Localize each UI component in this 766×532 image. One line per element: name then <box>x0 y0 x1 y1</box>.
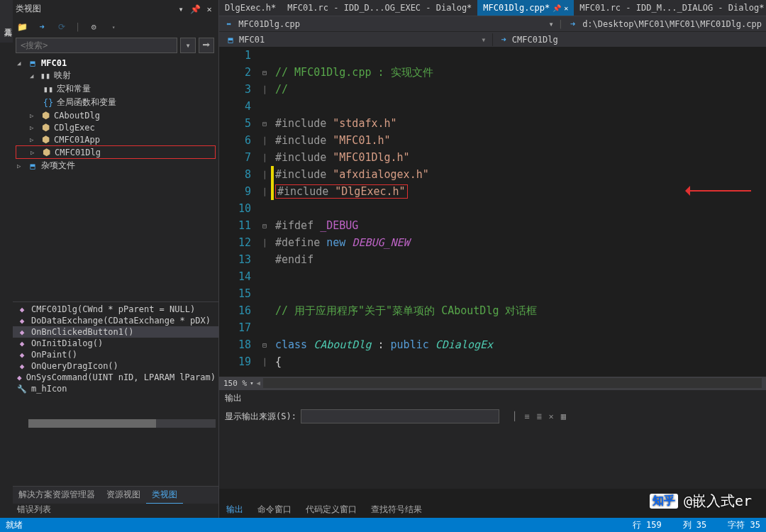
member-row[interactable]: ◆CMFC01Dlg(CWnd * pParent = NULL) <box>13 304 218 315</box>
dropdown-icon[interactable]: ▾ <box>107 21 120 33</box>
tree-item[interactable]: ◢▮▮映射 <box>16 69 216 82</box>
zoom-level[interactable]: 150 % <box>223 379 247 388</box>
output-icon[interactable]: ≡ <box>524 411 529 421</box>
tree-item[interactable]: ▮▮宏和常量 <box>16 82 216 96</box>
doc-tab-active[interactable]: MFC01Dlg.cpp*📌✕ <box>477 0 574 16</box>
tree-item[interactable]: ▷⬢CMFC01App <box>16 133 216 145</box>
tree-item[interactable]: {}全局函数和变量 <box>16 96 216 109</box>
statusbar: 就绪 行 159 列 35 字符 35 <box>0 518 766 532</box>
output-tab[interactable]: 输出 <box>219 501 250 518</box>
pin-icon[interactable]: 📌 <box>190 4 200 14</box>
search-go-icon[interactable]: ⮕ <box>199 38 214 53</box>
forward-icon[interactable]: ➜ <box>35 21 48 33</box>
tree-item[interactable]: ▷⬒杂项文件 <box>16 159 216 172</box>
output-icon[interactable]: │ <box>512 411 517 421</box>
new-folder-icon[interactable]: 📁 <box>16 21 28 33</box>
member-row[interactable]: ◆OnInitDialog() <box>13 338 218 349</box>
output-tab[interactable]: 命令窗口 <box>250 501 299 518</box>
output-title: 输出 <box>219 390 766 406</box>
doc-tab[interactable]: MFC01.rc - IDD_M..._DIALOG - Dialog* <box>574 0 766 16</box>
gear-icon[interactable]: ⚙ <box>87 21 100 33</box>
nav-file[interactable]: MFC01Dlg.cpp <box>238 19 300 29</box>
chevron-down-icon[interactable]: ▾ <box>548 19 553 29</box>
scrollbar-horizontal[interactable] <box>263 378 762 388</box>
status-char: 字符 35 <box>728 519 760 531</box>
search-dropdown-icon[interactable]: ▾ <box>180 38 196 53</box>
zhihu-icon: 知乎 <box>650 494 678 509</box>
close-icon[interactable]: ✕ <box>204 4 214 14</box>
close-icon[interactable]: ✕ <box>564 4 568 12</box>
output-icon[interactable]: ≣ <box>536 411 541 421</box>
tab-resource-view[interactable]: 资源视图 <box>101 487 146 504</box>
search-input[interactable] <box>16 38 177 53</box>
refresh-icon[interactable]: ⟳ <box>55 21 68 33</box>
nav-back-icon[interactable]: ⬌ <box>223 19 234 29</box>
member-row[interactable]: 🔧m_hIcon <box>13 383 218 394</box>
member-row[interactable]: ◆OnPaint() <box>13 349 218 360</box>
output-icon[interactable]: ▦ <box>561 411 566 421</box>
output-source-label: 显示输出来源(S): <box>225 411 296 423</box>
panel-title: 类视图 <box>16 3 41 15</box>
scrollbar-horizontal[interactable] <box>28 419 216 428</box>
status-ready: 就绪 <box>6 519 23 531</box>
class-scope-dropdown[interactable]: ⬒MFC01▾ <box>219 33 493 46</box>
chevron-left-icon[interactable]: ◀ <box>257 379 260 387</box>
doc-tab[interactable]: MFC01.rc - IDD_D...OG_EXEC - Dialog* <box>282 0 477 16</box>
nav-forward-icon[interactable]: ➜ <box>567 19 578 29</box>
status-col: 列 35 <box>683 519 707 531</box>
toolbox-side-tab[interactable]: 工具箱 <box>0 0 13 43</box>
status-line: 行 159 <box>633 519 662 531</box>
output-tab[interactable]: 代码定义窗口 <box>299 501 364 518</box>
pin-icon[interactable]: 📌 <box>553 4 561 12</box>
dropdown-icon[interactable]: ▾ <box>176 4 186 14</box>
tree-root[interactable]: ◢⬒MFC01 <box>16 57 216 69</box>
output-icon[interactable]: ✕ <box>549 411 554 421</box>
tree-item[interactable]: ▷⬢CDlgExec <box>16 121 216 133</box>
member-row[interactable]: ◆OnQueryDragIcon() <box>13 360 218 372</box>
error-list-tab[interactable]: 错误列表 <box>13 501 55 518</box>
doc-tab[interactable]: DlgExec.h* <box>219 0 282 16</box>
nav-path: d:\Desktop\MFC01\MFC01\MFC01Dlg.cpp <box>582 19 762 29</box>
member-row[interactable]: ◆OnSysCommand(UINT nID, LPARAM lParam) <box>13 372 218 383</box>
output-tab[interactable]: 查找符号结果 <box>364 501 429 518</box>
watermark: 知乎 @嵌入式er <box>650 492 752 511</box>
tab-class-view[interactable]: 类视图 <box>146 487 183 504</box>
output-source-dropdown[interactable] <box>301 409 499 423</box>
member-row-selected[interactable]: ◆OnBnClickedButton1() <box>13 326 218 338</box>
annotation-arrow <box>680 184 751 198</box>
member-row[interactable]: ◆DoDataExchange(CDataExchange * pDX) <box>13 315 218 326</box>
class-member-dropdown[interactable]: ➜CMFC01Dlg <box>493 33 564 46</box>
tree-item-selected[interactable]: ▷⬢CMFC01Dlg <box>16 145 216 159</box>
tree-item[interactable]: ▷⬢CAboutDlg <box>16 109 216 121</box>
chevron-down-icon[interactable]: ▾ <box>250 379 253 387</box>
code-editor[interactable]: 1 2⊟// MFC01Dlg.cpp : 实现文件 3│// 4 5⊟#inc… <box>219 47 766 377</box>
